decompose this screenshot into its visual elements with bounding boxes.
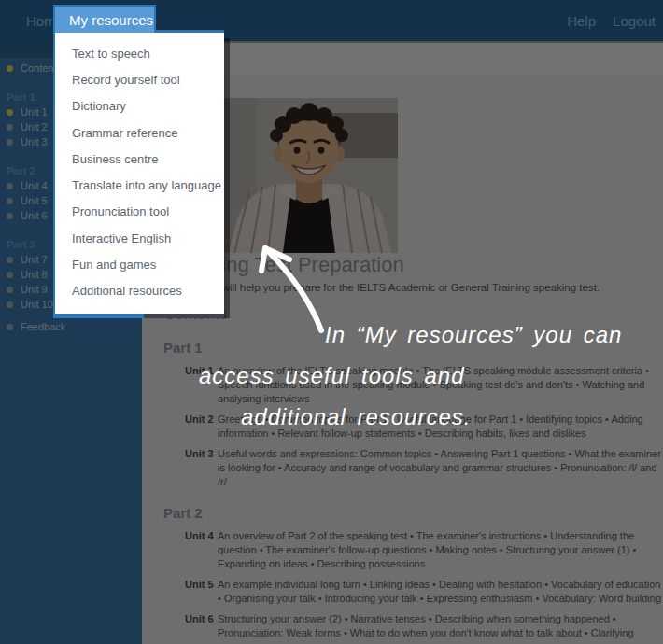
menu-item-grammar-reference[interactable]: Grammar reference [55,119,224,146]
menu-item-business-centre[interactable]: Business centre [55,146,224,172]
menu-item-dictionary[interactable]: Dictionary [55,93,224,119]
menu-item-pronunciation-tool[interactable]: Pronunciation tool [55,199,224,225]
menu-item-additional-resources[interactable]: Additional resources [55,278,224,304]
nav-my-resources-tab[interactable]: My resources [53,5,156,33]
my-resources-menu: Text to speechRecord yourself toolDictio… [53,30,224,314]
menu-item-text-to-speech[interactable]: Text to speech [55,40,224,66]
menu-item-record-yourself-tool[interactable]: Record yourself tool [55,66,224,92]
tutorial-text-line: In “My resources” you can [325,322,622,348]
menu-item-fun-and-games[interactable]: Fun and games [55,251,224,277]
menu-item-interactive-english[interactable]: Interactive English [55,225,224,251]
tutorial-arrow-icon [254,239,332,336]
menu-item-translate-into-any-language[interactable]: Translate into any language [55,172,224,198]
tutorial-text-line: access useful tools and [199,363,464,389]
tutorial-text-line: additional resources. [241,404,471,430]
